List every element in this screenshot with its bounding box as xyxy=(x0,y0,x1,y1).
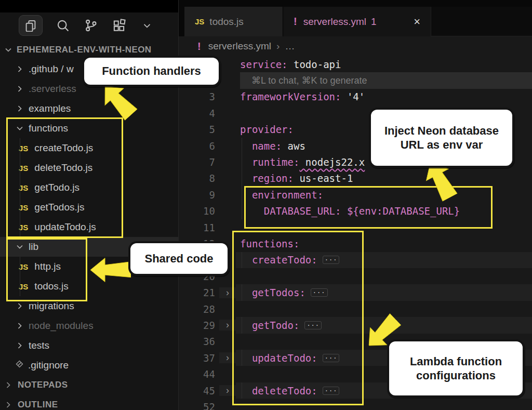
callout-function-handlers: Function handlers xyxy=(82,56,221,87)
fold-ellipsis-marker[interactable]: ··· xyxy=(304,321,322,329)
fold-ellipsis-marker[interactable]: ··· xyxy=(323,387,340,395)
breadcrumb-separator: › xyxy=(276,41,280,52)
code-line-12[interactable]: 12functions: xyxy=(179,235,532,252)
chevron-right-icon xyxy=(16,341,25,350)
tab-label: todos.js xyxy=(209,16,243,28)
sidebar-item-createtodo-js[interactable]: JScreateTodo.js xyxy=(0,138,178,158)
breadcrumb-more: … xyxy=(285,41,295,52)
yaml-key: deleteTodo: xyxy=(240,385,317,396)
callout-text: Inject Neon database URL as env var xyxy=(376,124,507,152)
sidebar-item-gettodo-js[interactable]: JSgetTodo.js xyxy=(0,178,178,197)
breadcrumb[interactable]: ! serverless.yml › … xyxy=(179,36,532,56)
code-line-13[interactable]: 13 createTodo:··· xyxy=(179,252,532,268)
annotation-arrow-left xyxy=(90,256,131,284)
sidebar-item-label: getTodo.js xyxy=(34,182,79,193)
code-line-9[interactable]: 9 environment: xyxy=(179,187,532,203)
sidebar-item-label: http.js xyxy=(34,261,61,272)
yaml-key: getTodos: xyxy=(240,287,305,298)
code-line-content xyxy=(236,399,532,410)
fold-chevron-icon[interactable]: › xyxy=(219,287,236,298)
yaml-key: service: xyxy=(240,59,288,70)
code-line-2[interactable]: 2⌘L to chat, ⌘K to generate xyxy=(179,72,532,88)
chevron-right-icon xyxy=(16,84,25,94)
line-number: 11 xyxy=(179,222,219,233)
fold-ellipsis-marker[interactable]: ··· xyxy=(323,256,340,264)
yaml-key: createTodo: xyxy=(240,254,317,266)
fold-chevron-icon[interactable]: › xyxy=(219,385,236,396)
sidebar-item-gitignore[interactable]: .gitignore xyxy=(0,355,178,375)
sidebar-item-label: updateTodo.js xyxy=(34,221,96,233)
indent-guide xyxy=(242,154,242,170)
sidebar-item-notepads[interactable]: NOTEPADS xyxy=(0,375,178,395)
chevron-down-icon[interactable] xyxy=(139,18,155,33)
indent-guide xyxy=(242,187,242,203)
sidebar-item-label: migrations xyxy=(29,300,74,312)
indent-guide xyxy=(20,276,20,296)
tab-label: serverless.yml xyxy=(303,16,366,28)
sidebar-item-todos-js[interactable]: JStodos.js xyxy=(0,276,178,296)
indent-guide xyxy=(20,257,20,276)
close-icon[interactable]: × xyxy=(414,15,420,29)
sidebar-item-outline[interactable]: OUTLINE xyxy=(0,395,178,410)
line-number: 4 xyxy=(179,108,219,119)
fold-chevron-icon[interactable]: › xyxy=(219,320,236,330)
chevron-right-icon xyxy=(16,64,25,74)
sidebar-item-functions[interactable]: functions xyxy=(0,118,178,138)
yaml-key: provider: xyxy=(240,124,294,135)
sidebar-item-updatetodo-js[interactable]: JSupdateTodo.js xyxy=(0,217,178,237)
indent-guide xyxy=(242,382,242,399)
line-number: 8 xyxy=(179,173,219,184)
sidebar-item-label: .serverless xyxy=(29,83,76,95)
code-line-28[interactable]: 28 xyxy=(179,301,532,317)
code-line-10[interactable]: 10 DATABASE_URL: ${env:DATABASE_URL} xyxy=(179,203,532,219)
code-line-20[interactable]: 20 xyxy=(179,268,532,284)
fold-chevron-icon[interactable]: › xyxy=(219,352,236,363)
activity-bar xyxy=(0,12,178,38)
indent-guide xyxy=(242,350,242,366)
problem-count-badge: 1 xyxy=(371,16,377,28)
line-number: 3 xyxy=(179,91,219,102)
sidebar-item-label: .gitignore xyxy=(28,360,69,371)
source-control-icon[interactable] xyxy=(83,18,99,33)
line-number: 5 xyxy=(179,124,219,135)
tab-todos-js[interactable]: JS todos.js xyxy=(184,7,283,36)
chevron-right-icon xyxy=(4,380,14,390)
sidebar-item-migrations[interactable]: migrations xyxy=(0,296,178,316)
code-line-52[interactable]: 52 xyxy=(179,399,532,410)
code-line-content: environment: xyxy=(236,187,532,203)
chevron-down-icon xyxy=(16,124,25,133)
chevron-down-icon xyxy=(4,46,12,54)
code-line-11[interactable]: 11 xyxy=(179,219,532,235)
code-line-29[interactable]: 29› getTodo:··· xyxy=(179,317,532,333)
yaml-key: frameworkVersion: xyxy=(240,91,341,102)
yaml-key: getTodo: xyxy=(240,320,299,331)
sidebar-item-deletetodo-js[interactable]: JSdeleteTodo.js xyxy=(0,158,178,178)
callout-text: Shared code xyxy=(144,252,213,266)
indent-guide xyxy=(20,138,20,158)
code-line-8[interactable]: 8 region: us-east-1 xyxy=(179,170,532,187)
yaml-key: updateTodo: xyxy=(240,352,317,364)
yaml-value: todo-api xyxy=(288,59,341,70)
code-line-3[interactable]: 3frameworkVersion: '4' xyxy=(179,89,532,105)
sidebar-item-node-modules[interactable]: node_modules xyxy=(0,316,178,336)
fold-ellipsis-marker[interactable]: ··· xyxy=(311,288,328,297)
fold-ellipsis-marker[interactable]: ··· xyxy=(323,354,340,362)
sidebar-item-tests[interactable]: tests xyxy=(0,336,178,355)
search-icon[interactable] xyxy=(55,18,71,33)
callout-text: Lambda function configurations xyxy=(394,354,517,383)
sidebar-item-examples[interactable]: examples xyxy=(0,99,178,118)
explorer-icon[interactable] xyxy=(19,15,43,36)
code-line-21[interactable]: 21› getTodos:··· xyxy=(179,284,532,300)
indent-guide xyxy=(242,317,242,333)
code-line-1[interactable]: 1service: todo-api xyxy=(179,56,532,72)
yaml-key: runtime: xyxy=(240,156,299,168)
git-icon xyxy=(15,359,24,372)
yaml-value: '4' xyxy=(341,91,365,102)
code-line-content xyxy=(236,268,532,284)
yaml-value: us-east-1 xyxy=(294,173,353,184)
sidebar-item-gettodos-js[interactable]: JSgetTodos.js xyxy=(0,197,178,217)
js-file-icon: JS xyxy=(195,17,204,26)
extensions-icon[interactable] xyxy=(111,18,127,33)
line-number: 37 xyxy=(179,352,219,364)
tab-serverless-yml[interactable]: ! serverless.yml 1 × xyxy=(283,7,431,36)
